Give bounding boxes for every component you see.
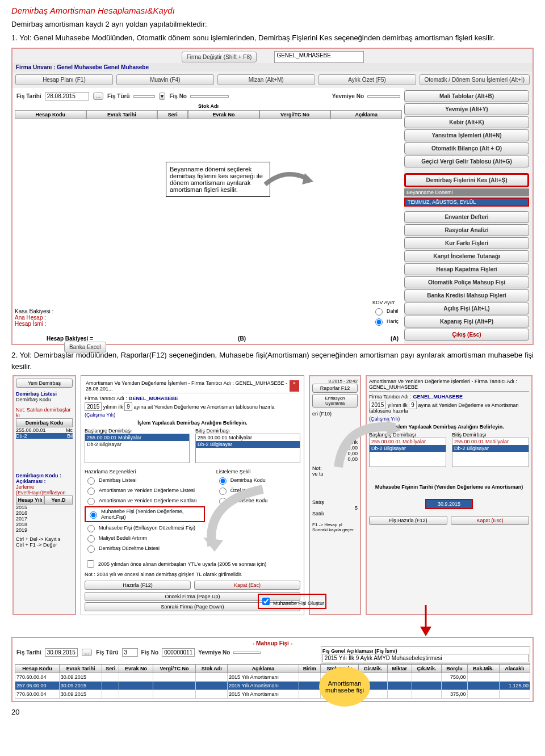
fis-no-label: Fiş No xyxy=(169,93,187,99)
yevmiye-input[interactable] xyxy=(367,95,400,98)
menu-rasyolar[interactable]: Rasyolar Analizi xyxy=(404,224,529,236)
yeni-demirbas-button[interactable]: Yeni Demirbaş xyxy=(16,379,73,388)
opt-amort-kart[interactable] xyxy=(87,498,95,505)
haric-radio[interactable] xyxy=(375,318,383,326)
fis-no-input[interactable] xyxy=(190,95,229,98)
menu-kebir[interactable]: Kebir (Alt+K) xyxy=(404,116,529,128)
aciklamasi-label: Açıklaması : xyxy=(16,478,73,484)
list-opt-2[interactable] xyxy=(219,498,227,505)
mahsup-table: Hesap KoduEvrak TarihiSeriEvrak NoVergi/… xyxy=(15,664,530,699)
m-fis-no[interactable]: 000000011 xyxy=(162,648,195,657)
hesap-bakiyesi-label: Hesap Bakiyesi = xyxy=(47,335,93,342)
mahsup-panel: - Mahsup Fişi - Fiş Tarihi 30.09.2015 ..… xyxy=(11,637,534,702)
m-fis-aciklama[interactable]: 2015 Yılı İlk 9 Aylık AMYD Muhasebeleşti… xyxy=(322,654,529,662)
firma-unvani-value: Genel Muhasebe Genel Muhasebe xyxy=(57,64,149,70)
opt-enflasyon[interactable] xyxy=(87,525,95,532)
opt-maliyet[interactable] xyxy=(87,535,95,543)
menu-acilis[interactable]: Açılış Fişi (Alt+L) xyxy=(404,303,529,314)
beyname-donemi-select[interactable]: TEMMUZ, AĞUSTOS, EYLÜL xyxy=(404,198,529,207)
m-fis-turu[interactable]: 3 xyxy=(122,648,138,657)
menu-demirbas-fislerini-kes[interactable]: Demirbaş Fişlerini Kes (Alt+Ş) xyxy=(404,173,529,187)
m-fis-tarihi[interactable]: 30.09.2015 xyxy=(45,648,78,657)
firma-unvani-label: Firma Unvanı : xyxy=(16,64,55,70)
hesap-plani-button[interactable]: Hesap Planı (F1) xyxy=(15,74,113,85)
page-number: 20 xyxy=(11,708,534,716)
screenshot-1: Firma Değiştir (Shift + F8) GENEL_MUHASE… xyxy=(11,48,534,345)
fis-tarihi-label: Fiş Tarihi xyxy=(16,93,41,99)
muavin-button[interactable]: Muavin (F4) xyxy=(116,74,214,85)
raporlar-button[interactable]: Raporlar F12 xyxy=(312,384,358,393)
menu-kapanis[interactable]: Kapanış Fişi (Alt+P) xyxy=(404,316,529,327)
yil-input[interactable]: 2015 xyxy=(85,402,102,411)
not-satilan-label: Not: Satılan demirbaşlar kı xyxy=(16,407,73,418)
otomatik-button[interactable]: Otomatik / Dönem Sonu İşlemleri (Alt+İ) xyxy=(420,74,530,85)
opt-duzeltme[interactable] xyxy=(87,545,95,553)
fis-turu-label: Fiş Türü xyxy=(107,93,129,99)
year-row: 2019 xyxy=(16,527,73,533)
islem-text: İşlem Yapılacak Demirbaş Aralığını Belir… xyxy=(85,420,300,426)
menu-yevmiye[interactable]: Yevmiye (Alt+Y) xyxy=(404,103,529,115)
bubble-note: Amortisman muhasebe fişi xyxy=(319,667,370,707)
mizan-button[interactable]: Mizan (Alt+M) xyxy=(217,74,315,85)
ay-input[interactable]: 9 xyxy=(124,402,132,411)
demirbasin-kodu-label: Demirbaşın Kodu : xyxy=(16,473,73,478)
bitis-list[interactable]: 255.00.00.01 Mobilyalar Db-2 Bilgisayar xyxy=(195,434,300,463)
table-header: Hesap KoduEvrak TarihiSeriEvrak NoVergi/… xyxy=(15,110,402,119)
year-row: 2017 xyxy=(16,516,73,522)
kdv-label: KDV Ayırr xyxy=(372,300,399,305)
close-icon[interactable]: × xyxy=(290,380,299,392)
fis-hazirla-button[interactable]: Fiş Hazırla (F12) xyxy=(369,516,447,525)
menu-envanter[interactable]: Envanter Defteri xyxy=(404,211,529,223)
menu-karsit[interactable]: Karşıt İnceleme Tutanağı xyxy=(404,250,529,262)
b-label: (B) xyxy=(238,335,246,342)
hazirla-button[interactable]: Hazırla (F12) xyxy=(85,581,191,590)
menu-cikis[interactable]: Çıkış (Esc) xyxy=(404,329,529,341)
menu-mali-tablolar[interactable]: Mali Tablolar (Alt+B) xyxy=(404,90,529,102)
demirbas-kodu-label: Demirbaş Kodu xyxy=(16,397,73,402)
opt-demirbas-listesi[interactable] xyxy=(87,477,95,485)
yol2-text: 2. Yol: Demirbaşlar modülünden, Raporlar… xyxy=(11,350,534,372)
menu-police[interactable]: Otomatik Poliçe Mahsup Fişi xyxy=(404,276,529,288)
ana-hesap-label: Ana Hesap : xyxy=(15,314,53,321)
demirbas-kodu-header: Demirbaş Kodu xyxy=(16,418,73,427)
fis-tarihi-input[interactable]: 28.08.2015 xyxy=(45,92,89,100)
hesap-ismi-label: Hesap İsmi : xyxy=(15,321,53,327)
firma-degistir-button[interactable]: Firma Değiştir (Shift + F8) xyxy=(182,52,257,62)
menu-otomatik-bilanco[interactable]: Otomatik Bilanço (Alt + O) xyxy=(404,142,529,154)
chk-2005[interactable] xyxy=(87,560,94,568)
dahil-radio[interactable] xyxy=(375,308,383,316)
baslangic-list[interactable]: 255.00.00.01 Mobilyalar Db-2 Bilgisayar xyxy=(85,434,190,463)
menu-hesap-kapatma[interactable]: Hesap Kapatma Fişleri xyxy=(404,263,529,275)
tarih-selected[interactable]: 30.9.2015 xyxy=(425,499,473,509)
date-picker-button[interactable]: ... xyxy=(93,93,103,100)
opt-amort-liste[interactable] xyxy=(87,488,95,495)
menu-kur-farki[interactable]: Kur Farkı Fişleri xyxy=(404,237,529,249)
table-row: 770.60.00.0430.09.20152015 Yılı Amortism… xyxy=(15,690,530,699)
menu-gecici-vergi[interactable]: Geçici Vergi Gelir Tablosu (Alt+G) xyxy=(404,156,529,167)
fis-turu-input[interactable] xyxy=(133,95,155,98)
kapat2-button[interactable]: Kapat (Esc) xyxy=(451,516,529,525)
arrow-down-icon xyxy=(409,605,443,639)
aylik-ozet-button[interactable]: Aylık Özet (F5) xyxy=(318,74,416,85)
intro-text: Demirbaş amortisman kaydı 2 ayrı yoldan … xyxy=(11,19,534,30)
year-row: 2015 xyxy=(16,505,73,510)
opt-muhasebe-fisi[interactable] xyxy=(90,511,97,519)
yevmiye-label: Yevmiye No xyxy=(332,93,364,99)
right-menu: Mali Tablolar (Alt+B) Yevmiye (Alt+Y) Ke… xyxy=(404,88,533,344)
muhasebe-tarih-label: Muhasebe Fişinin Tarihi (Yeniden Değerle… xyxy=(369,484,529,490)
yol1-text: 1. Yol: Genel Muhasebe Modülünden, Otoma… xyxy=(11,32,534,44)
beyname-donemi-label: Beyanname Dönemi xyxy=(404,188,529,196)
list-opt-0[interactable] xyxy=(219,477,227,485)
firma-name-field: GENEL_MUHASEBE xyxy=(274,51,364,63)
m-yevmiye[interactable] xyxy=(233,652,261,654)
banka-excel-button[interactable]: Banka Excel xyxy=(64,342,106,352)
menu-banka-kredisi[interactable]: Banka Kredisi Mahsup Fişleri xyxy=(404,289,529,301)
year-row: 2018 xyxy=(16,522,73,527)
chk-muhasebe-fisi-olustur[interactable] xyxy=(262,598,270,605)
stok-adi-label: Stok Adı xyxy=(15,102,402,110)
table-row: 257.05.00.0030.09.20152015 Yılı Amortism… xyxy=(15,682,530,690)
kapat-button[interactable]: Kapat (Esc) xyxy=(194,581,300,590)
enflasyon-button[interactable]: Enflasyon Uyarlama xyxy=(312,394,358,408)
list-opt-1[interactable] xyxy=(219,488,227,495)
menu-yansitma[interactable]: Yansıtma İşlemleri (Alt+N) xyxy=(404,129,529,141)
